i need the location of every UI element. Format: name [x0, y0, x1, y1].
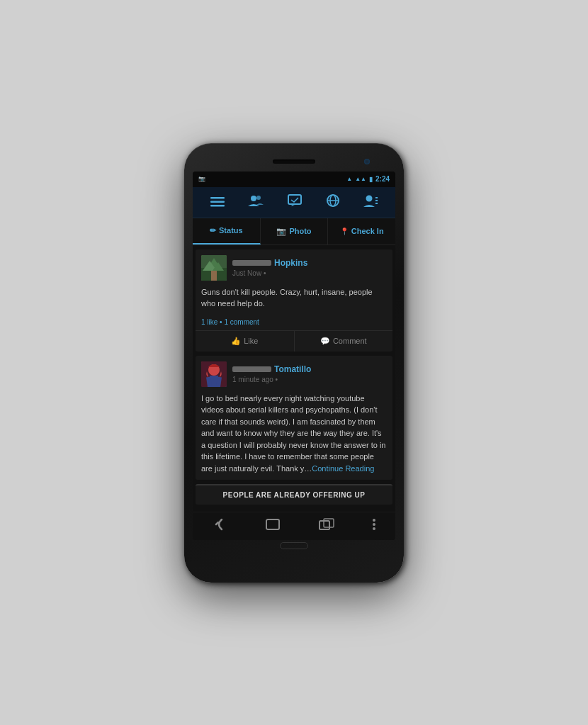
continue-reading-link[interactable]: Continue Reading [312, 464, 374, 473]
svg-point-26 [373, 523, 375, 526]
friends-nav-icon[interactable] [245, 192, 266, 213]
post-card-1: Hopkins Just Now • Guns don't kill peopl… [196, 249, 392, 352]
phone-screen: 📷 ▲ ▲▲ ▮ 2:24 [193, 172, 395, 540]
profile-nav-icon[interactable] [361, 191, 380, 213]
post-header-1: Hopkins Just Now • [196, 249, 392, 283]
like-button-1[interactable]: 👍 Like [196, 331, 295, 352]
post-author-2: Tomatillo [232, 364, 387, 374]
status-bar-left: 📷 [198, 176, 205, 182]
svg-point-4 [256, 196, 261, 200]
clock-display: 2:24 [375, 175, 390, 183]
more-options-button[interactable] [366, 515, 382, 537]
phone-top-bar [193, 152, 395, 172]
front-camera [364, 159, 370, 164]
home-button[interactable] [259, 515, 286, 537]
ad-title: People are already offering up [201, 491, 387, 499]
messenger-nav-icon[interactable] [285, 191, 305, 213]
photo-tab[interactable]: 📷 Photo [261, 218, 329, 245]
svg-rect-0 [210, 197, 225, 199]
bottom-nav-bar [193, 512, 395, 540]
author-redacted-1 [232, 260, 271, 266]
post-meta-2: Tomatillo 1 minute ago • [232, 364, 387, 383]
photo-tab-label: Photo [289, 227, 311, 235]
recent-apps-button[interactable] [313, 515, 340, 537]
post-body-1: Guns don't kill people. Crazy, hurt, ins… [196, 283, 392, 315]
author-name-1[interactable]: Hopkins [274, 258, 307, 268]
globe-nav-icon[interactable] [323, 191, 343, 214]
phone-bottom-bar [193, 540, 395, 551]
comment-button-1[interactable]: 💬 Comment [295, 331, 393, 352]
svg-rect-22 [266, 519, 279, 529]
svg-rect-18 [211, 271, 217, 281]
post-stats-1: 1 like • 1 comment [196, 315, 392, 330]
svg-point-25 [373, 519, 375, 522]
svg-rect-1 [210, 201, 225, 203]
post-body-2: I go to bed nearly every night watching … [196, 390, 392, 480]
wifi-icon: ▲ [346, 176, 352, 182]
news-feed: Hopkins Just Now • Guns don't kill peopl… [193, 245, 395, 512]
signal-bars-icon: ▲▲ [355, 176, 366, 182]
avatar-1 [201, 255, 227, 281]
back-button[interactable] [206, 515, 233, 537]
camera-status-icon: 📷 [198, 176, 205, 182]
status-tab[interactable]: ✏ Status [193, 218, 261, 245]
checkin-tab-label: Check In [351, 227, 384, 235]
post-actions-1: 👍 Like 💬 Comment [196, 330, 392, 352]
phone-device: 📷 ▲ ▲▲ ▮ 2:24 [184, 143, 404, 583]
checkin-tab[interactable]: 📍 Check In [328, 218, 395, 245]
post-text-1: Guns don't kill people. Crazy, hurt, ins… [201, 288, 373, 308]
physical-home-button [280, 542, 308, 549]
svg-rect-5 [288, 195, 301, 204]
author-name-2[interactable]: Tomatillo [274, 364, 311, 374]
svg-point-27 [373, 527, 375, 530]
svg-rect-23 [320, 521, 329, 529]
like-icon-1: 👍 [231, 337, 241, 346]
avatar-2 [201, 361, 227, 387]
svg-point-3 [251, 196, 256, 201]
top-nav-bar [193, 187, 395, 218]
like-label-1: Like [244, 337, 258, 345]
post-header-2: Tomatillo 1 minute ago • [196, 356, 392, 390]
speaker-grille [273, 159, 315, 164]
author-redacted-2 [232, 366, 271, 372]
status-bar: 📷 ▲ ▲▲ ▮ 2:24 [193, 172, 395, 187]
checkin-tab-icon: 📍 [340, 227, 349, 235]
comment-icon-1: 💬 [320, 337, 330, 346]
ad-title-text: People are already offering up [223, 491, 366, 499]
post-card-2: Tomatillo 1 minute ago • I go to bed nea… [196, 356, 392, 480]
avatar-image-2 [201, 361, 227, 387]
post-author-1: Hopkins [232, 258, 387, 268]
ad-banner: People are already offering up [196, 484, 392, 505]
battery-icon: ▮ [369, 176, 373, 183]
post-time-1: Just Now • [232, 269, 387, 277]
hamburger-menu-icon[interactable] [208, 191, 227, 213]
comment-label-1: Comment [333, 337, 367, 345]
svg-rect-2 [210, 205, 225, 207]
post-text-2: I go to bed nearly every night watching … [201, 394, 385, 473]
post-meta-1: Hopkins Just Now • [232, 258, 387, 277]
status-tab-label: Status [219, 226, 243, 235]
photo-tab-icon: 📷 [276, 227, 286, 236]
status-bar-right: ▲ ▲▲ ▮ 2:24 [346, 175, 390, 183]
action-bar: ✏ Status 📷 Photo 📍 Check In [193, 218, 395, 245]
status-tab-icon: ✏ [210, 226, 216, 235]
avatar-image-1 [201, 255, 227, 281]
post-time-2: 1 minute ago • [232, 376, 387, 383]
svg-point-9 [366, 195, 373, 201]
